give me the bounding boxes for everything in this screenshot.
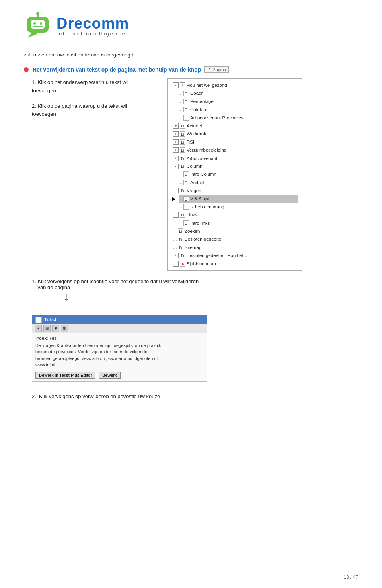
tree-item: … 🗋 Intro links <box>179 219 298 227</box>
page-icon: 🗋 <box>183 115 189 121</box>
step2-text2: toevoegen <box>32 111 56 117</box>
arrow-pointer: ▶ <box>172 194 176 203</box>
tree-label: Intro links <box>190 220 210 227</box>
expand-icon: + <box>173 139 179 145</box>
bullet-header: Het verwijderen van tekst op de pagina m… <box>24 66 358 73</box>
screenshot-box: 🗋 Tekst ✂ ⊞ ▼ 🗑 Index: Yes De vragen & a… <box>32 315 207 382</box>
tree-item: + 🗋 RSI <box>173 138 298 146</box>
tree-item: … 🗋 Coach <box>179 89 298 97</box>
tree-label: Ik heb een vraag <box>190 203 224 210</box>
expand-icon: + <box>173 156 179 161</box>
screenshot-toolbar: ✂ ⊞ ▼ 🗑 <box>32 324 207 333</box>
screenshot-area: 🗋 Tekst ✂ ⊞ ▼ 🗑 Index: Yes De vragen & a… <box>32 315 358 382</box>
page-icon: 🗋 <box>180 147 185 153</box>
expand-icon: - <box>173 188 179 193</box>
bullet-dot <box>24 67 29 72</box>
error-icon: ✕ <box>180 261 185 267</box>
page-number: 13 / 47 <box>343 574 358 580</box>
expand-icon: + <box>173 147 179 153</box>
screenshot-title: Tekst <box>44 317 56 323</box>
tree-label: V & A lijst <box>190 195 209 202</box>
section2-step2: 2. Klik vervolgens op verwijderen en bev… <box>32 393 358 399</box>
expand-icon: + <box>173 253 179 258</box>
tree-item: … 🗋 Zoeken <box>173 227 298 235</box>
tree-label: Coach <box>190 90 203 97</box>
screenshot-description: De vragen & antwoorden hieronder zijn to… <box>35 342 163 368</box>
step2-desc: Klik vervolgens op verwijderen en bevest… <box>39 393 160 399</box>
tree-item: … 🗋 Percentage <box>179 97 298 105</box>
step1-desc2: van de pagina <box>37 284 70 290</box>
tree-item: - 🗋 Links <box>173 211 298 219</box>
drecomm-logo-icon <box>24 12 52 40</box>
page-icon: 🗋 <box>178 228 183 234</box>
steps-tree-container: 1. Klik op het onderwerp waarin u tekst … <box>32 78 358 271</box>
tree-item: + 🗋 Actueel <box>173 122 298 130</box>
tree-item: … 🗋 Arboconvenant Provincies <box>179 114 298 122</box>
page-icon: 🗋 <box>183 196 189 202</box>
tree-label: Archief <box>190 179 205 186</box>
step1-text1: Klik op het onderwerp waarin u tekst wil <box>37 79 128 85</box>
grid-icon[interactable]: ⊞ <box>43 325 51 332</box>
trash-icon[interactable]: 🗑 <box>61 325 68 332</box>
tree-label: Arboconvenant <box>187 155 217 162</box>
section2-step1: 1. Klik vervolgens op het icoontje voor … <box>32 278 358 290</box>
tree-item-highlighted: ▶ … 🗋 V & A lijst <box>179 195 298 202</box>
section-title: Het verwijderen van tekst op de pagina m… <box>33 66 201 73</box>
tree-label: Sjablonenmap <box>187 260 216 267</box>
tree-label: Links <box>187 211 197 218</box>
tree-item: + 🗋 Besloten gedeelte - Hou het... <box>173 251 298 259</box>
logo-name: Drecomm <box>57 15 129 32</box>
expand-icon: - <box>173 164 179 169</box>
page-icon: 🗋 <box>180 164 185 169</box>
expand-icon-2: + <box>180 82 185 88</box>
tree-label: Besloten gedeelte - Hou het... <box>187 252 247 259</box>
tree-label: Column <box>187 163 203 170</box>
tree-label: Besloten gedeelte <box>185 236 221 243</box>
tree-label: Vragen <box>187 187 201 194</box>
tree-item: + 🗋 Verzuimbegeleiding <box>173 146 298 154</box>
step1-num: 1. <box>32 79 36 85</box>
screenshot-header-icon: 🗋 <box>35 317 42 323</box>
expand-icon: - <box>173 82 179 88</box>
tree-item: - 🗋 Column <box>173 162 298 170</box>
tree-item: - + Hou het wel gezond <box>173 81 298 89</box>
tree-item: … 🗋 Intro Column <box>179 170 298 178</box>
logo-tagline: internet intelligence <box>57 31 129 37</box>
step2-text: 2. Klik vervolgens op verwijderen en bev… <box>32 393 358 399</box>
page-icon: 🗋 <box>180 188 185 193</box>
expand-icon: - <box>173 212 179 218</box>
expand-icon: - <box>173 261 179 267</box>
tree-label: Intro Column <box>190 171 216 178</box>
tree-label: RSI <box>187 138 194 146</box>
page-icon: 🗋 <box>183 220 189 226</box>
tree-item: … 🗋 Ik heb een vraag <box>179 203 298 211</box>
step2-num: 2. <box>32 103 36 109</box>
bullet-section: Het verwijderen van tekst op de pagina m… <box>24 66 358 271</box>
tree-label: Werkdruk <box>187 130 206 137</box>
tree-label: Verzuimbegeleiding <box>187 146 226 154</box>
expand-icon: + <box>173 131 179 137</box>
page-icon: 🗋 <box>183 204 189 210</box>
tree-item: - 🗋 Vragen <box>173 187 298 195</box>
step-1: 1. Klik op het onderwerp waarin u tekst … <box>32 78 163 95</box>
tree-label: Actueel <box>187 122 202 129</box>
expand-icon: + <box>173 123 179 129</box>
page-icon: 🗋 <box>180 131 185 137</box>
tree-item: … 🗋 Archief <box>179 179 298 187</box>
screenshot-header: 🗋 Tekst <box>32 315 207 324</box>
screenshot-buttons: Bewerk in Tekst Plus Editor Bewerk <box>35 372 203 379</box>
scissors-icon[interactable]: ✂ <box>35 325 42 332</box>
tree-panel: - + Hou het wel gezond … 🗋 Coach … 🗋 Per… <box>167 78 302 271</box>
page-icon: 🗋 <box>180 212 185 218</box>
step1-text2: toevoegen <box>32 88 56 93</box>
step2-text1: Klik op de pagina waarop u de tekst wil <box>37 103 127 109</box>
logo-text-area: Drecomm internet intelligence <box>57 15 129 37</box>
bewerk-button[interactable]: Bewerk <box>99 372 121 379</box>
dropdown-icon[interactable]: ▼ <box>52 325 59 332</box>
page-icon: 🗋 <box>180 253 185 258</box>
tree-item: … 🗋 Colofon <box>179 105 298 113</box>
index-label: Index: Yes <box>35 336 57 341</box>
tree-label: Zoeken <box>185 228 200 235</box>
bewerk-in-tekst-button[interactable]: Bewerk in Tekst Plus Editor <box>35 372 96 379</box>
tree-label: Colofon <box>190 106 206 113</box>
